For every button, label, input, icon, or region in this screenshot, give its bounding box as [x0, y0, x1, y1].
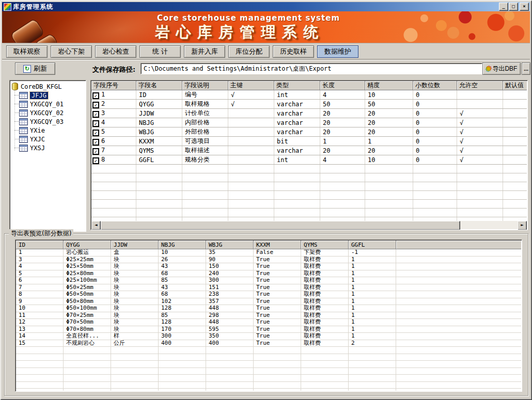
- preview-cell[interactable]: Φ25×50mm: [64, 263, 111, 270]
- preview-cell[interactable]: 85: [159, 277, 206, 284]
- preview-cell[interactable]: 151: [206, 284, 254, 291]
- field-cell[interactable]: varchar: [274, 118, 320, 127]
- preview-cell[interactable]: 取样费: [301, 326, 349, 333]
- preview-cell[interactable]: 1: [349, 263, 396, 270]
- preview-cell[interactable]: True: [254, 284, 301, 291]
- preview-cell[interactable]: 不规则岩心: [64, 340, 111, 347]
- fields-col-header[interactable]: 允许空: [457, 81, 503, 90]
- preview-col-header[interactable]: WBJG: [206, 241, 254, 249]
- fields-col-header[interactable]: 字段名: [136, 81, 182, 90]
- field-cell[interactable]: 20: [365, 109, 413, 118]
- field-cell[interactable]: varchar: [274, 109, 320, 118]
- preview-cell[interactable]: Φ25×25mm: [64, 256, 111, 263]
- field-cell[interactable]: 取样规格: [182, 100, 228, 109]
- preview-cell[interactable]: 1: [349, 319, 396, 326]
- preview-row[interactable]: 12Φ70×50mm块128448True取样费1: [16, 319, 521, 326]
- preview-cell[interactable]: 5: [16, 270, 64, 277]
- field-cell[interactable]: varchar: [274, 127, 320, 137]
- preview-cell[interactable]: 1: [349, 277, 396, 284]
- field-cell[interactable]: 0: [413, 100, 457, 109]
- preview-cell[interactable]: 14: [16, 333, 64, 340]
- field-seq-cell[interactable]: ✓5: [91, 127, 136, 137]
- preview-cell[interactable]: 8: [16, 291, 64, 298]
- preview-cell[interactable]: 块: [111, 277, 159, 284]
- field-cell[interactable]: 10: [365, 90, 413, 100]
- preview-cell[interactable]: 400: [206, 340, 254, 347]
- preview-cell[interactable]: 238: [206, 291, 254, 298]
- preview-cell[interactable]: True: [254, 256, 301, 263]
- fields-col-header[interactable]: 主键: [228, 81, 274, 90]
- preview-row[interactable]: 15不规则岩心公斤400400True取样费2: [16, 340, 521, 347]
- field-cell[interactable]: √: [457, 146, 503, 155]
- preview-col-header[interactable]: GGFL: [349, 241, 396, 249]
- preview-col-header[interactable]: QYGG: [64, 241, 111, 249]
- preview-cell[interactable]: 块: [111, 263, 159, 270]
- field-cell[interactable]: 20: [365, 118, 413, 127]
- preview-cell[interactable]: 公斤: [111, 340, 159, 347]
- browse-more-button[interactable]: ...: [522, 62, 530, 75]
- toolbar-button-core-offshelf[interactable]: 岩心下架: [51, 45, 92, 58]
- scroll-right-button[interactable]: ►: [518, 221, 527, 230]
- preview-col-header[interactable]: QYMS: [301, 241, 349, 249]
- field-seq-cell[interactable]: ✓3: [91, 109, 136, 118]
- field-cell[interactable]: 内部价格: [182, 118, 228, 127]
- preview-cell[interactable]: 4: [16, 263, 64, 270]
- field-cell[interactable]: 取样描述: [182, 146, 228, 155]
- field-row[interactable]: ✓1ID编号√int41002009-4-: [91, 90, 527, 100]
- preview-cell[interactable]: 1: [349, 333, 396, 340]
- field-checkbox[interactable]: ✓: [92, 111, 99, 118]
- field-cell[interactable]: 规格分类: [182, 155, 228, 165]
- field-cell[interactable]: [457, 90, 503, 100]
- toolbar-button-statistics[interactable]: 统 计: [139, 45, 181, 58]
- field-cell[interactable]: 20: [320, 127, 365, 137]
- close-button[interactable]: ×: [520, 3, 529, 11]
- field-cell[interactable]: varchar: [274, 146, 320, 155]
- save-path-input[interactable]: C:\Documents and Settings\Administrator\…: [140, 63, 482, 74]
- preview-row[interactable]: 7Φ50×25mm块43151True取样费1: [16, 284, 521, 291]
- field-checkbox[interactable]: ✓: [92, 157, 99, 164]
- preview-cell[interactable]: 取样费: [301, 263, 349, 270]
- preview-cell[interactable]: 13: [16, 326, 64, 333]
- field-cell[interactable]: [228, 155, 274, 165]
- field-seq-cell[interactable]: ✓8: [91, 155, 136, 165]
- preview-col-header[interactable]: ID: [16, 241, 64, 249]
- field-cell[interactable]: 1: [365, 137, 413, 146]
- preview-col-header[interactable]: KXXM: [254, 241, 301, 249]
- preview-cell[interactable]: 357: [206, 298, 254, 305]
- field-cell[interactable]: √: [457, 137, 503, 146]
- field-cell[interactable]: 1: [320, 137, 365, 146]
- field-cell[interactable]: 20: [320, 118, 365, 127]
- preview-cell[interactable]: 样: [111, 333, 159, 340]
- preview-cell[interactable]: 取样费: [301, 298, 349, 305]
- field-cell[interactable]: 50: [320, 100, 365, 109]
- title-bar[interactable]: 库房管理系统 _ □ ×: [2, 2, 530, 11]
- tree-root-coredb[interactable]: CoreDB_KFGL: [10, 82, 86, 91]
- preview-cell[interactable]: 350: [206, 333, 254, 340]
- preview-cell[interactable]: 取样费: [301, 340, 349, 347]
- field-cell[interactable]: NBJG: [136, 118, 182, 127]
- field-cell[interactable]: 0: [413, 127, 457, 137]
- preview-cell[interactable]: 448: [206, 319, 254, 326]
- field-seq-cell[interactable]: ✓4: [91, 118, 136, 127]
- preview-cell[interactable]: True: [254, 312, 301, 319]
- preview-cell[interactable]: 1: [349, 305, 396, 312]
- field-row[interactable]: ✓7QYMS取样描述varchar20200√2009-4-: [91, 146, 527, 155]
- export-dbf-button[interactable]: ❋ 导出DBF: [482, 62, 521, 75]
- preview-cell[interactable]: 448: [206, 305, 254, 312]
- preview-cell[interactable]: True: [254, 277, 301, 284]
- field-cell[interactable]: √: [228, 90, 274, 100]
- field-cell[interactable]: 0: [413, 137, 457, 146]
- field-cell[interactable]: 0: [413, 90, 457, 100]
- preview-row[interactable]: 14全直径样...样300350True取样费1: [16, 333, 521, 340]
- preview-cell[interactable]: 取样费: [301, 312, 349, 319]
- preview-cell[interactable]: 块: [111, 256, 159, 263]
- field-seq-cell[interactable]: ✓1: [91, 90, 136, 100]
- field-cell[interactable]: [228, 137, 274, 146]
- preview-row[interactable]: 5Φ25×80mm块68240True取样费1: [16, 270, 521, 277]
- field-row[interactable]: ✓3JJDW计价单位varchar20200√2009-4-: [91, 109, 527, 118]
- field-checkbox[interactable]: ✓: [92, 92, 99, 99]
- field-seq-cell[interactable]: ✓6: [91, 137, 136, 146]
- preview-cell[interactable]: 1: [349, 312, 396, 319]
- field-cell[interactable]: √: [228, 100, 274, 109]
- preview-cell[interactable]: 取样费: [301, 319, 349, 326]
